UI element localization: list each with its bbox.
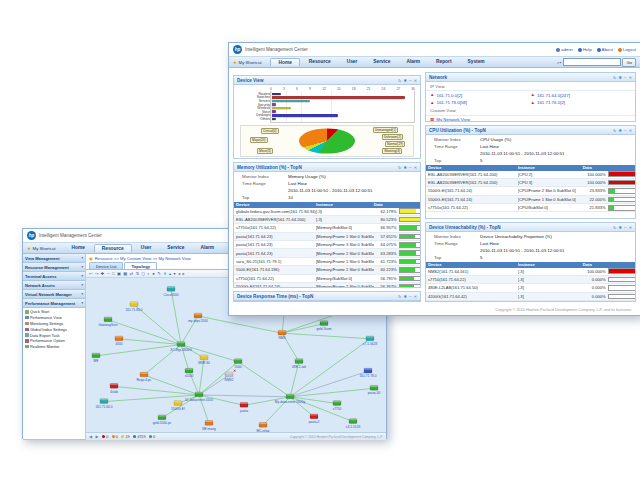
settings-icon[interactable]: ✱ xyxy=(618,75,621,80)
toolbar-icon-5[interactable]: ▣ xyxy=(117,271,121,277)
sidebar-item-realtime-monitor[interactable]: Realtime Monitor xyxy=(25,344,85,350)
toolbar-icon-13[interactable]: ✕ xyxy=(163,271,167,277)
close-icon[interactable]: ✕ xyxy=(414,165,417,170)
toolbar-icon-3[interactable]: ─ xyxy=(107,271,110,277)
close-icon[interactable]: ✕ xyxy=(414,294,417,299)
sidebar-section-virtual-network-manager[interactable]: Virtual Network Manager▾ xyxy=(23,290,85,299)
settings-icon[interactable]: ✱ xyxy=(403,165,406,170)
toolbar-icon-2[interactable]: ✚ xyxy=(101,271,105,277)
sidebar-section-view-management[interactable]: View Management▾ xyxy=(23,254,85,263)
refresh-icon[interactable]: ↻ xyxy=(398,294,401,299)
close-icon[interactable]: ✕ xyxy=(629,128,632,133)
toolbar-icon-15[interactable]: ▾ xyxy=(174,271,176,277)
collapse-icon[interactable]: ─ xyxy=(624,128,627,133)
topology-node-4500[interactable]: 4500 xyxy=(115,336,123,346)
tab-home[interactable]: Home xyxy=(270,58,299,66)
tab-service[interactable]: Service xyxy=(366,58,397,66)
toolbar-icon-12[interactable]: ✎ xyxy=(157,271,161,277)
tab-report[interactable]: Report xyxy=(429,58,458,66)
tab-resource[interactable]: Resource xyxy=(302,58,338,66)
topology-node-48e-1-lab[interactable]: 48E-1-lab xyxy=(292,359,306,369)
search-go-button[interactable]: Go xyxy=(622,58,636,67)
sidebar-section-performance-management[interactable]: Performance Management▾ xyxy=(23,299,85,308)
topology-node-161-71-80-0[interactable]: 161.71.80.0 xyxy=(126,302,143,312)
topology-node-pasta-2[interactable]: pasta-2 xyxy=(309,414,320,424)
toolbar-icon-9[interactable]: ◻ xyxy=(142,271,145,277)
topology-node-me[interactable]: ME xyxy=(92,353,100,363)
tab-service[interactable]: Service xyxy=(160,244,191,252)
tab-system[interactable]: System xyxy=(461,58,492,66)
tab-home[interactable]: Home xyxy=(64,244,91,252)
toolbar-icon-8[interactable]: ⇅ xyxy=(136,271,140,277)
front-shortcut[interactable]: ★ My Shortcut xyxy=(233,60,261,65)
collapse-icon[interactable]: ─ xyxy=(624,225,627,230)
search-input[interactable] xyxy=(563,58,621,66)
refresh-icon[interactable]: ↻ xyxy=(613,128,616,133)
topology-node-pasta[interactable]: pasta xyxy=(240,403,248,413)
topology-node-msr-30[interactable]: MSR-30 xyxy=(198,355,210,365)
settings-icon[interactable]: ✱ xyxy=(618,128,621,133)
tab-alarm[interactable]: Alarm xyxy=(193,244,221,252)
userlink-help[interactable]: Help xyxy=(578,47,592,52)
topology-node-s3-1-5528[interactable]: s3-1-5528 xyxy=(346,419,361,429)
topology-node-s7-1-5628[interactable]: s7-1-5628 xyxy=(363,336,378,346)
topology-node-nms[interactable]: NMS xyxy=(278,330,286,340)
toolbar-icon-4[interactable]: □ xyxy=(112,271,115,277)
topology-node-4slab[interactable]: 4slab xyxy=(110,384,118,394)
content-tab-topology[interactable]: Topology xyxy=(124,262,157,269)
collapse-icon[interactable]: ─ xyxy=(409,294,412,299)
close-icon[interactable]: ✕ xyxy=(629,75,632,80)
collapse-icon[interactable]: ─ xyxy=(624,75,627,80)
tab-user[interactable]: User xyxy=(134,244,159,252)
collapse-icon[interactable]: ─ xyxy=(409,165,412,170)
topology-node-my-dept-5500[interactable]: my-dept-5500 xyxy=(188,313,208,323)
sidebar-section-resource-management[interactable]: Resource Management▾ xyxy=(23,263,85,272)
collapse-icon[interactable]: ─ xyxy=(409,78,412,83)
ip-view-link-161-71-0-0-2-[interactable]: ▲161.71.0.0[2] xyxy=(430,93,531,98)
tab-resource[interactable]: Resource xyxy=(94,244,132,252)
pager-arrow-icon[interactable]: ▶ xyxy=(96,434,99,439)
settings-icon[interactable]: ✱ xyxy=(403,294,406,299)
toolbar-icon-7[interactable]: ⇄ xyxy=(130,271,134,277)
settings-icon[interactable]: ✱ xyxy=(618,225,621,230)
tab-alarm[interactable]: Alarm xyxy=(399,58,427,66)
topology-node-ne-mang[interactable]: NE-mang xyxy=(202,421,216,431)
sidebar-section-network-assets[interactable]: Network Assets▾ xyxy=(23,281,85,290)
toolbar-icon-17[interactable]: ▸ xyxy=(183,271,185,277)
toolbar-icon-1[interactable]: ↪ xyxy=(95,271,99,277)
ip-view-link-161-71-64-0-247-[interactable]: ▲161.71.64.0[247] xyxy=(531,93,632,98)
ip-view-link-161-71-76-0-2-[interactable]: ▲161.71.76.0[2] xyxy=(531,100,632,105)
toolbar-icon-16[interactable]: ◂ xyxy=(178,271,180,277)
toolbar-icon-6[interactable]: ▦ xyxy=(123,271,127,277)
userlink-admin[interactable]: admin xyxy=(556,47,573,52)
custom-view-link-my-network-view[interactable]: ▦My Network View xyxy=(430,117,531,122)
topology-node-gold-3com[interactable]: gold-3com xyxy=(317,321,332,331)
pager-arrow-icon[interactable]: ◀ xyxy=(89,434,92,439)
refresh-icon[interactable]: ↻ xyxy=(613,75,616,80)
userlink-about[interactable]: About xyxy=(597,47,613,52)
close-icon[interactable]: ✕ xyxy=(414,78,417,83)
userlink-logout[interactable]: Logout xyxy=(618,47,636,52)
topology-node-s7750[interactable]: s7750 xyxy=(333,401,342,411)
ip-view-link-161-71-78-0-58-[interactable]: ▲161.71.78.0[58] xyxy=(430,100,531,105)
refresh-icon[interactable]: ↻ xyxy=(398,78,401,83)
topology-node-s5100[interactable]: s5100 xyxy=(185,368,194,378)
content-tab-device-list[interactable]: Device List xyxy=(89,262,123,269)
topology-node-nms2[interactable]: ✕NMS2 xyxy=(225,368,237,382)
sidebar-section-terminal-access[interactable]: Terminal Access▾ xyxy=(23,272,85,281)
close-icon[interactable]: ✕ xyxy=(629,225,632,230)
refresh-icon[interactable]: ↻ xyxy=(613,225,616,230)
tab-user[interactable]: User xyxy=(340,58,365,66)
topology-node-161-71-64-0[interactable]: 161.71.64.0 xyxy=(96,399,113,409)
toolbar-icon-0[interactable]: ↩ xyxy=(89,271,93,277)
settings-icon[interactable]: ✱ xyxy=(403,78,406,83)
topology-node-gold-5500-pc[interactable]: gold-5500-pc xyxy=(153,415,172,425)
topology-node-mc-relay[interactable]: MC-relay xyxy=(257,422,270,432)
topology-node-pasta-60[interactable]: pasta-60 xyxy=(368,385,381,395)
toolbar-icon-11[interactable]: ● xyxy=(152,271,155,277)
refresh-icon[interactable]: ↻ xyxy=(398,165,401,170)
toolbar-icon-14[interactable]: ▴ xyxy=(169,271,171,277)
topology-node-5500g-ei[interactable]: 5500G-EI xyxy=(171,401,185,411)
toolbar-icon-10[interactable]: ◐ xyxy=(147,271,150,277)
back-shortcut[interactable]: ★ My Shortcut xyxy=(27,246,55,251)
